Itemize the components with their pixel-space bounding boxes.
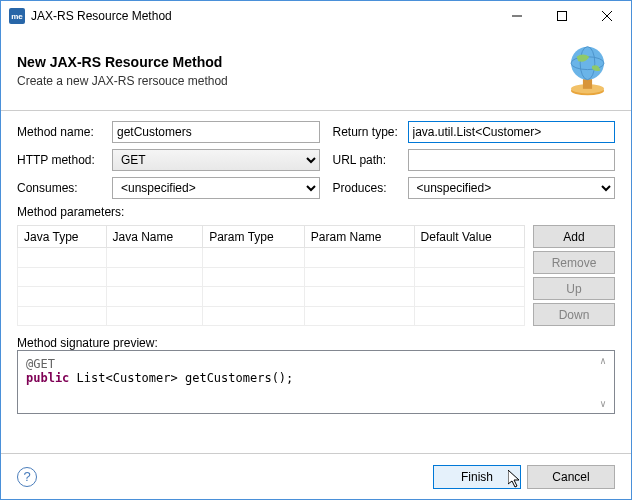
- url-path-input[interactable]: [408, 149, 616, 171]
- method-name-label: Method name:: [17, 125, 107, 139]
- col-java-type[interactable]: Java Type: [18, 226, 107, 248]
- method-name-input[interactable]: [112, 121, 320, 143]
- col-default-value[interactable]: Default Value: [414, 226, 524, 248]
- window-titlebar: me JAX-RS Resource Method: [1, 1, 631, 31]
- return-type-label: Return type:: [333, 125, 403, 139]
- http-method-label: HTTP method:: [17, 153, 107, 167]
- up-button: Up: [533, 277, 615, 300]
- preview-label: Method signature preview:: [17, 336, 615, 350]
- consumes-select[interactable]: <unspecified>: [112, 177, 320, 199]
- table-row[interactable]: [18, 267, 525, 287]
- finish-button[interactable]: Finish: [433, 465, 521, 489]
- produces-label: Produces:: [333, 181, 403, 195]
- window-title: JAX-RS Resource Method: [31, 9, 494, 23]
- url-path-label: URL path:: [333, 153, 403, 167]
- close-button[interactable]: [584, 1, 629, 31]
- return-type-input[interactable]: [408, 121, 616, 143]
- minimize-button[interactable]: [494, 1, 539, 31]
- svg-rect-1: [557, 12, 566, 21]
- parameters-table[interactable]: Java Type Java Name Param Type Param Nam…: [17, 225, 525, 326]
- maximize-button[interactable]: [539, 1, 584, 31]
- dialog-subheading: Create a new JAX-RS rersouce method: [17, 74, 560, 88]
- consumes-label: Consumes:: [17, 181, 107, 195]
- signature-preview: ∧ ∨ @GET public List<Customer> getCustom…: [17, 350, 615, 414]
- table-row[interactable]: [18, 306, 525, 326]
- preview-access: public: [26, 371, 69, 385]
- http-method-select[interactable]: GET: [112, 149, 320, 171]
- add-button[interactable]: Add: [533, 225, 615, 248]
- help-icon[interactable]: ?: [17, 467, 37, 487]
- dialog-header: New JAX-RS Resource Method Create a new …: [1, 31, 631, 111]
- scroll-up-icon[interactable]: ∧: [600, 355, 612, 366]
- col-param-type[interactable]: Param Type: [203, 226, 305, 248]
- preview-annotation: @GET: [26, 357, 55, 371]
- dialog-footer: ? Finish Cancel: [1, 453, 631, 499]
- form-content: Method name: Return type: HTTP method: G…: [1, 111, 631, 453]
- app-icon: me: [9, 8, 25, 24]
- parameters-label: Method parameters:: [17, 205, 615, 219]
- scroll-down-icon[interactable]: ∨: [600, 398, 612, 409]
- table-row[interactable]: [18, 287, 525, 307]
- dialog-heading: New JAX-RS Resource Method: [17, 54, 560, 70]
- produces-select[interactable]: <unspecified>: [408, 177, 616, 199]
- svg-point-7: [571, 47, 604, 80]
- remove-button: Remove: [533, 251, 615, 274]
- globe-wizard-icon: [560, 43, 615, 98]
- cancel-button[interactable]: Cancel: [527, 465, 615, 489]
- col-param-name[interactable]: Param Name: [304, 226, 414, 248]
- table-row[interactable]: [18, 248, 525, 268]
- down-button: Down: [533, 303, 615, 326]
- col-java-name[interactable]: Java Name: [106, 226, 203, 248]
- preview-rest: List<Customer> getCustomers();: [69, 371, 293, 385]
